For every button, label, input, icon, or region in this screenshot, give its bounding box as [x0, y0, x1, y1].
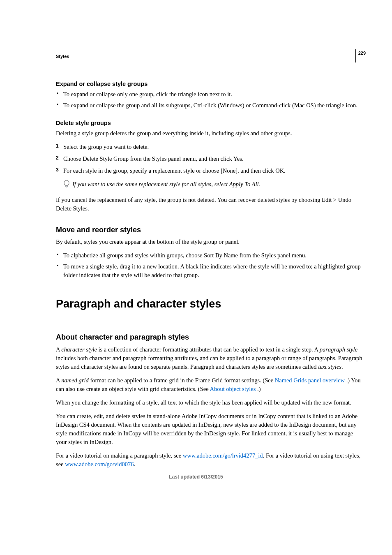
list-item: To move a single style, drag it to a new… — [56, 262, 364, 280]
text: . — [341, 363, 343, 370]
footer-last-updated: Last updated 6/13/2015 — [0, 474, 392, 481]
tip-text: If you want to use the same replacement … — [72, 180, 364, 189]
link-video-text-styles[interactable]: www.adobe.com/go/vid0076 — [65, 461, 134, 467]
running-head: Styles — [56, 53, 364, 60]
body-text: If you cancel the replacement of any sty… — [56, 196, 364, 213]
bullet-list: To expand or collapse only one group, cl… — [56, 90, 364, 110]
text: format can be applied to a frame grid in… — [89, 377, 275, 384]
page-number: 229 — [355, 49, 366, 62]
tip-callout: If you want to use the same replacement … — [63, 180, 364, 191]
italic-term: character style — [61, 346, 97, 353]
body-text: When you change the formatting of a styl… — [56, 398, 364, 407]
page-title: Paragraph and character styles — [56, 296, 364, 312]
link-video-paragraph-style[interactable]: www.adobe.com/go/lrvid4277_id — [183, 452, 263, 459]
numbered-steps: Select the group you want to delete. Cho… — [56, 143, 364, 175]
svg-point-0 — [64, 180, 69, 186]
list-item: To alphabetize all groups and styles wit… — [56, 251, 364, 260]
text: includes both character and paragraph fo… — [56, 355, 362, 370]
step-item: Select the group you want to delete. — [56, 143, 364, 151]
italic-term: text styles — [318, 363, 341, 370]
italic-term: named grid — [61, 377, 88, 384]
link-named-grids-overview[interactable]: Named Grids panel overview — [275, 377, 346, 384]
text: For a video tutorial on making a paragra… — [56, 452, 183, 459]
body-text: Deleting a style group deletes the group… — [56, 129, 364, 138]
text: A — [56, 346, 61, 353]
list-item: To expand or collapse the group and all … — [56, 101, 364, 110]
bullet-list: To alphabetize all groups and styles wit… — [56, 251, 364, 280]
step-item: For each style in the group, specify a r… — [56, 166, 364, 175]
heading-move-reorder: Move and reorder styles — [56, 224, 364, 235]
list-item: To expand or collapse only one group, cl… — [56, 90, 364, 99]
heading-expand-collapse: Expand or collapse style groups — [56, 80, 364, 88]
link-about-object-styles[interactable]: About object styles — [210, 386, 257, 392]
body-text: You can create, edit, and delete styles … — [56, 412, 364, 446]
lightbulb-icon — [63, 180, 70, 191]
italic-term: paragraph style — [320, 346, 357, 353]
body-text: By default, styles you create appear at … — [56, 238, 364, 246]
body-text: A named grid format can be applied to a … — [56, 376, 364, 393]
text: .) — [257, 386, 261, 392]
text: . — [134, 461, 136, 467]
step-item: Choose Delete Style Group from the Style… — [56, 155, 364, 163]
heading-delete-style-groups: Delete style groups — [56, 119, 364, 127]
text: A — [56, 377, 61, 384]
page: 229 Styles Expand or collapse style grou… — [0, 0, 392, 498]
body-text: For a video tutorial on making a paragra… — [56, 451, 364, 469]
text: is a collection of character formatting … — [97, 346, 320, 353]
heading-about-styles: About character and paragraph styles — [56, 332, 364, 342]
body-text: A character style is a collection of cha… — [56, 345, 364, 371]
